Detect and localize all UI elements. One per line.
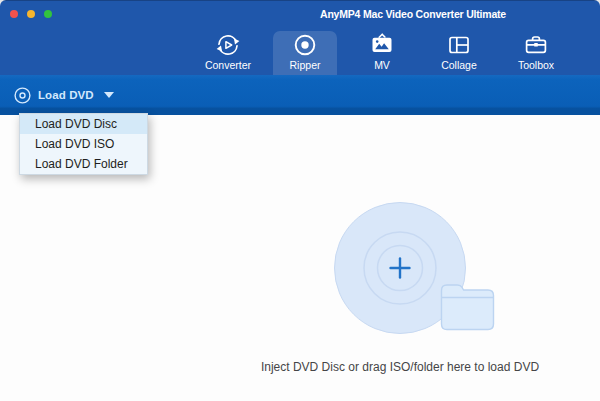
collage-icon [446,32,472,58]
main-nav: Converter Ripper MV [196,31,568,76]
menu-item-load-dvd-disc[interactable]: Load DVD Disc [20,114,147,134]
tab-converter[interactable]: Converter [196,31,260,76]
tab-collage-label: Collage [441,59,477,71]
tab-mv-label: MV [374,59,390,71]
load-dvd-menu: Load DVD Disc Load DVD ISO Load DVD Fold… [19,113,148,175]
tab-toolbox[interactable]: Toolbox [504,31,568,76]
toolbox-icon [523,32,549,58]
window-title: AnyMP4 Mac Video Converter Ultimate [320,8,506,20]
ripper-toolbar: Load DVD [0,75,600,115]
tab-ripper-label: Ripper [290,59,321,71]
tab-ripper[interactable]: Ripper [273,31,337,76]
tab-collage[interactable]: Collage [427,31,491,76]
folder-icon [440,283,495,331]
zoom-button[interactable] [44,10,52,18]
header-bar: AnyMP4 Mac Video Converter Ultimate Conv… [0,0,600,75]
disc-icon [14,87,31,104]
drop-hint-text: Inject DVD Disc or drag ISO/folder here … [261,360,539,374]
ripper-icon [292,32,318,58]
chevron-down-icon [104,92,114,98]
load-dvd-button[interactable]: Load DVD [10,80,118,110]
mv-icon [369,32,395,58]
tab-toolbox-label: Toolbox [518,59,554,71]
close-button[interactable] [10,10,18,18]
app-window: AnyMP4 Mac Video Converter Ultimate Conv… [0,0,600,401]
menu-item-load-dvd-iso[interactable]: Load DVD ISO [20,134,147,154]
tab-converter-label: Converter [205,59,251,71]
load-dvd-label: Load DVD [38,89,94,101]
converter-icon [215,32,241,58]
tab-mv[interactable]: MV [350,31,414,76]
minimize-button[interactable] [27,10,35,18]
menu-item-load-dvd-folder[interactable]: Load DVD Folder [20,154,147,174]
